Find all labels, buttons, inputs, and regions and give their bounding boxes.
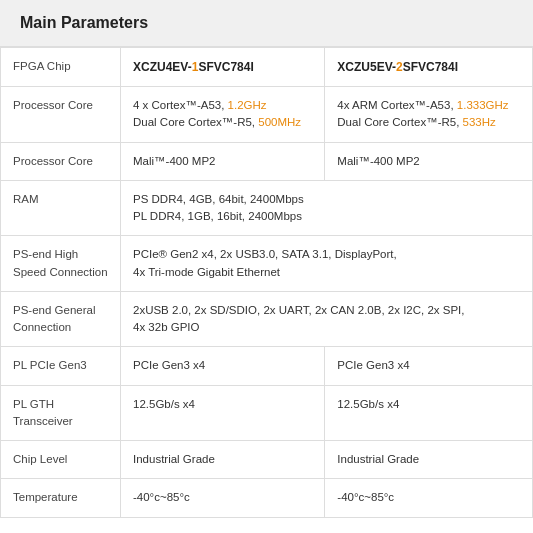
row-label-1: Processor Core [1, 142, 121, 180]
col2-header-text: XCZU5EV-2SFVC784I [337, 60, 458, 74]
row-col1-6: 12.5Gb/s x4 [121, 385, 325, 441]
row-label-8: Temperature [1, 479, 121, 517]
col2-header: XCZU5EV-2SFVC784I [325, 48, 533, 87]
row-label-7: Chip Level [1, 441, 121, 479]
row-label-6: PL GTH Transceiver [1, 385, 121, 441]
row-col1-8: -40°c~85°c [121, 479, 325, 517]
fpga-chip-label: FPGA Chip [1, 48, 121, 87]
row-label-0: Processor Core [1, 87, 121, 143]
row-col2-0: 4x ARM Cortex™-A53, 1.333GHzDual Core Co… [325, 87, 533, 143]
row-col2-1: Mali™-400 MP2 [325, 142, 533, 180]
row-value-3: PCIe® Gen2 x4, 2x USB3.0, SATA 3.1, Disp… [121, 236, 533, 292]
page-title: Main Parameters [0, 0, 533, 47]
row-label-5: PL PCIe Gen3 [1, 347, 121, 385]
row-col2-8: -40°c~85°c [325, 479, 533, 517]
row-col2-5: PCIe Gen3 x4 [325, 347, 533, 385]
row-col1-0: 4 x Cortex™-A53, 1.2GHzDual Core Cortex™… [121, 87, 325, 143]
row-col2-6: 12.5Gb/s x4 [325, 385, 533, 441]
row-value-4: 2xUSB 2.0, 2x SD/SDIO, 2x UART, 2x CAN 2… [121, 291, 533, 347]
col1-header: XCZU4EV-1SFVC784I [121, 48, 325, 87]
row-col2-7: Industrial Grade [325, 441, 533, 479]
row-label-2: RAM [1, 180, 121, 236]
row-value-2: PS DDR4, 4GB, 64bit, 2400MbpsPL DDR4, 1G… [121, 180, 533, 236]
row-col1-5: PCIe Gen3 x4 [121, 347, 325, 385]
row-col1-7: Industrial Grade [121, 441, 325, 479]
row-label-4: PS-end General Connection [1, 291, 121, 347]
row-col1-1: Mali™-400 MP2 [121, 142, 325, 180]
row-label-3: PS-end High Speed Connection [1, 236, 121, 292]
col1-header-text: XCZU4EV-1SFVC784I [133, 60, 254, 74]
